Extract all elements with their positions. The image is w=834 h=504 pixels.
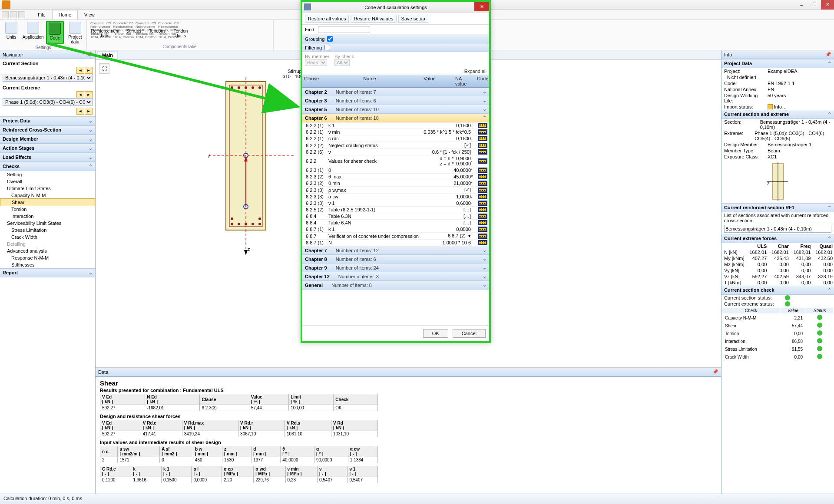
tree-adv[interactable]: Advanced analysis [0,247,95,254]
nav-section-report[interactable]: Report⌄ [0,268,95,277]
chapter-chapter-3[interactable]: Chapter 3Number of items: 6⌄ [302,96,489,105]
nav-section-reinforced-cross-section[interactable]: Reinforced Cross-Section⌄ [0,125,95,135]
ribbon-code[interactable]: Code [46,21,64,44]
extreme-next2[interactable]: ► [85,108,93,115]
dialog-close-button[interactable]: ✕ [474,2,489,11]
qat-btn-1[interactable] [2,11,9,18]
tab-home[interactable]: Home [52,10,78,20]
project-data-header[interactable]: Project Data⌃ [721,59,834,68]
bycheck-select[interactable]: All [334,59,350,66]
pin-icon[interactable]: 📌 [825,52,831,57]
chapter-chapter-9[interactable]: Chapter 9Number of items: 24⌄ [302,264,489,272]
minimize-button[interactable]: – [795,0,808,10]
nav-section-action-stages[interactable]: Action Stages⌄ [0,144,95,153]
chapter-general[interactable]: GeneralNumber of items: 8⌄ [302,281,489,290]
ribbon-project-data[interactable]: Project data [66,21,84,44]
current-section-extreme-header[interactable]: Current section and extreme⌃ [721,110,834,119]
param-row[interactable]: 6.2.2 (2)Neglect cracking status[✓] [302,142,489,149]
param-row[interactable]: 6.2.2 (6)ν0.6 * [1 - fck / 250] [302,149,489,155]
chapter-chapter-2[interactable]: Chapter 2Number of items: 7⌄ [302,88,489,96]
param-row[interactable]: 6.2.3 (3)ν 10,6000- [302,200,489,207]
qat-btn-2[interactable] [10,11,17,18]
eu-flag-icon [478,201,487,206]
zoom-extents-icon[interactable]: ⛶ [99,63,109,74]
param-row[interactable]: 6.2.2 (1)ν min0.035 * k^1.5 * fck^0.5 [302,129,489,135]
eu-flag-icon [478,168,487,173]
ok-button[interactable]: OK [423,329,448,338]
section-next[interactable]: ► [85,67,93,74]
tree-overall[interactable]: Overall [0,178,95,185]
param-row[interactable]: 6.2.5 (2)Table (6.2.5 1992-1-1)[…] [302,207,489,213]
param-row[interactable]: 6.2.3 (3)ρ w,max[✓] [302,187,489,194]
filtering-checkbox[interactable] [324,45,330,50]
ribbon-units[interactable]: Units [3,21,20,44]
expand-all-link[interactable]: Expand all [302,68,489,75]
extreme-next[interactable]: ► [85,91,93,98]
chapter-chapter-6[interactable]: Chapter 6Number of items: 18⌃ [302,114,489,122]
param-row[interactable]: 6.2.3 (3)α cw1,0000- [302,194,489,200]
save-setup-button[interactable]: Save setup [398,15,428,23]
param-row[interactable]: 6.8.7 (1)N1,0000 * 10 6 [302,240,489,246]
nav-section-project-data[interactable]: Project Data⌄ [0,116,95,125]
checks-table: CheckValueStatusCapacity N-M-M2,21Shear5… [721,307,834,361]
chapter-chapter-5[interactable]: Chapter 5Number of items: 10⌄ [302,105,489,114]
param-row[interactable]: 6.2.2 (1)k 10,1500- [302,122,489,129]
maximize-button[interactable]: ☐ [808,0,821,10]
chapter-chapter-8[interactable]: Chapter 8Number of items: 6⌄ [302,255,489,264]
extreme-prev2[interactable]: ◄ [76,108,84,115]
nav-section-load-effects[interactable]: Load Effects⌄ [0,153,95,162]
param-row[interactable]: 6.8.4Table 6.3N[…] [302,213,489,220]
tree-interaction[interactable]: Interaction [0,213,95,220]
svg-point-12 [231,217,233,220]
tree-capacity[interactable]: Capacity N-M-M [0,192,95,199]
extreme-forces-header[interactable]: Current extreme forces⌃ [721,234,834,243]
close-button[interactable]: ✕ [821,0,834,10]
tree-detailing[interactable]: Detailing [0,240,95,247]
pin-icon[interactable]: 📌 [712,369,718,375]
cancel-button[interactable]: Cancel [453,329,486,338]
tab-file[interactable]: File [31,10,52,20]
nav-section-design-member[interactable]: Design Member⌄ [0,135,95,144]
pin-icon[interactable]: 📌 [86,52,93,57]
ribbon-application[interactable]: Application [23,21,43,44]
main-tab[interactable]: Main [97,51,118,59]
tree-shear[interactable]: Shear [0,198,95,206]
param-row[interactable]: 6.2.3 (1)θ40,0000* [302,167,489,174]
extreme-prev[interactable]: ◄ [76,91,84,98]
restore-na-button[interactable]: Restore NA values [351,15,396,23]
param-row[interactable]: 6.2.2Values for shear checkd = h * 0,900… [302,155,489,167]
chapter-chapter-7[interactable]: Chapter 7Number of items: 12⌄ [302,246,489,255]
param-row[interactable]: 6.8.7Verification of concrete under comp… [302,233,489,240]
param-row[interactable]: 6.8.4Table 6.4N[…] [302,220,489,226]
bymember-select[interactable]: Beam [305,59,327,66]
ribbon-stirrups[interactable]: Stirrups [123,27,144,43]
tree-setting[interactable]: Setting [0,171,95,178]
nav-section-checks[interactable]: Checks⌃ [0,162,95,171]
qat-btn-3[interactable] [18,11,25,18]
ribbon-reinf-bars[interactable]: Reinforcement bars [89,27,121,43]
ribbon-tendons[interactable]: Tendons [147,27,168,43]
current-reinforced-section-header[interactable]: Current reinforced section RF1⌃ [721,203,834,212]
section-prev[interactable]: ◄ [76,67,84,74]
param-row[interactable]: 6.2.3 (2)θ max45,0000* [302,174,489,180]
tree-response[interactable]: Response N-M-M [0,254,95,261]
restore-all-button[interactable]: Restore all values [305,15,349,23]
tab-view[interactable]: View [78,10,101,20]
section-check-header[interactable]: Current section check⌃ [721,286,834,295]
tree-stiff[interactable]: Stiffnesses [0,261,95,268]
tree-torsion[interactable]: Torsion [0,206,95,213]
reinforced-section-input[interactable] [724,225,831,233]
param-row[interactable]: 6.2.2 (1)c rdc0,1800- [302,135,489,142]
ribbon-ducts[interactable]: Tendon ducts [170,27,191,43]
find-input[interactable] [318,26,370,33]
tree-stress[interactable]: Stress Limitation [0,227,95,234]
current-section-select[interactable]: Bemessungsträger 1 - 0,43m (4 - 0,10m) [3,74,93,82]
param-row[interactable]: 6.2.3 (2)θ min21,8000* [302,180,489,187]
tree-uls[interactable]: Ultimate Limit States [0,185,95,192]
param-row[interactable]: 6.8.7 (1)k 10,8500- [302,226,489,233]
grouping-checkbox[interactable] [327,36,333,42]
chapter-chapter-12[interactable]: Chapter 12Number of items: 3⌄ [302,272,489,281]
current-extreme-select[interactable]: Phase 1 (5,0d): CO3(3) - CO4(6) - CO5(4)… [3,98,93,106]
tree-sls[interactable]: Serviceability Limit States [0,220,95,227]
tree-crack[interactable]: Crack Width [0,234,95,240]
